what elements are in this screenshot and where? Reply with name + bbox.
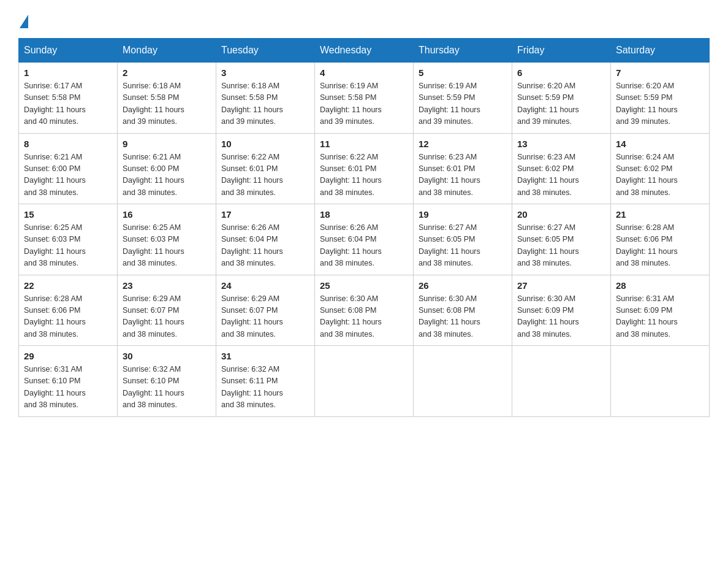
day-info: Sunrise: 6:26 AMSunset: 6:04 PMDaylight:… [221, 222, 309, 270]
day-info: Sunrise: 6:20 AMSunset: 5:59 PMDaylight:… [517, 80, 605, 128]
logo-top [18, 12, 28, 28]
calendar-cell: 31Sunrise: 6:32 AMSunset: 6:11 PMDayligh… [216, 346, 315, 417]
calendar-cell: 3Sunrise: 6:18 AMSunset: 5:58 PMDaylight… [216, 63, 315, 134]
calendar-cell: 16Sunrise: 6:25 AMSunset: 6:03 PMDayligh… [118, 204, 216, 275]
calendar-cell: 4Sunrise: 6:19 AMSunset: 5:58 PMDaylight… [315, 63, 414, 134]
calendar-cell: 6Sunrise: 6:20 AMSunset: 5:59 PMDaylight… [512, 63, 611, 134]
day-number: 31 [221, 351, 309, 361]
calendar-cell: 28Sunrise: 6:31 AMSunset: 6:09 PMDayligh… [611, 275, 710, 346]
day-info: Sunrise: 6:28 AMSunset: 6:06 PMDaylight:… [616, 222, 704, 270]
calendar-cell: 27Sunrise: 6:30 AMSunset: 6:09 PMDayligh… [512, 275, 611, 346]
day-number: 2 [123, 67, 211, 78]
day-number: 5 [419, 67, 507, 78]
day-info: Sunrise: 6:24 AMSunset: 6:02 PMDaylight:… [616, 151, 704, 199]
calendar-cell: 23Sunrise: 6:29 AMSunset: 6:07 PMDayligh… [118, 275, 216, 346]
calendar-cell: 5Sunrise: 6:19 AMSunset: 5:59 PMDaylight… [414, 63, 512, 134]
calendar-table: SundayMondayTuesdayWednesdayThursdayFrid… [18, 38, 710, 417]
day-info: Sunrise: 6:22 AMSunset: 6:01 PMDaylight:… [320, 151, 408, 199]
day-info: Sunrise: 6:25 AMSunset: 6:03 PMDaylight:… [24, 222, 112, 270]
column-header-saturday: Saturday [611, 39, 710, 63]
day-number: 10 [221, 139, 309, 149]
calendar-cell: 18Sunrise: 6:26 AMSunset: 6:04 PMDayligh… [315, 204, 414, 275]
day-info: Sunrise: 6:30 AMSunset: 6:08 PMDaylight:… [419, 293, 507, 341]
column-header-wednesday: Wednesday [315, 39, 414, 63]
day-number: 25 [320, 280, 408, 291]
day-info: Sunrise: 6:21 AMSunset: 6:00 PMDaylight:… [24, 151, 112, 199]
day-number: 8 [24, 139, 112, 149]
column-header-sunday: Sunday [19, 39, 118, 63]
calendar-header-row: SundayMondayTuesdayWednesdayThursdayFrid… [19, 39, 710, 63]
day-number: 3 [221, 67, 309, 78]
calendar-cell [315, 346, 414, 417]
day-info: Sunrise: 6:17 AMSunset: 5:58 PMDaylight:… [24, 80, 112, 128]
calendar-cell: 11Sunrise: 6:22 AMSunset: 6:01 PMDayligh… [315, 133, 414, 204]
column-header-friday: Friday [512, 39, 611, 63]
day-info: Sunrise: 6:32 AMSunset: 6:11 PMDaylight:… [221, 364, 309, 412]
day-number: 23 [123, 280, 211, 291]
calendar-week-row: 29Sunrise: 6:31 AMSunset: 6:10 PMDayligh… [19, 346, 710, 417]
day-info: Sunrise: 6:32 AMSunset: 6:10 PMDaylight:… [123, 364, 211, 412]
calendar-week-row: 22Sunrise: 6:28 AMSunset: 6:06 PMDayligh… [19, 275, 710, 346]
calendar-cell: 7Sunrise: 6:20 AMSunset: 5:59 PMDaylight… [611, 63, 710, 134]
day-info: Sunrise: 6:22 AMSunset: 6:01 PMDaylight:… [221, 151, 309, 199]
day-number: 16 [123, 209, 211, 220]
day-info: Sunrise: 6:31 AMSunset: 6:10 PMDaylight:… [24, 364, 112, 412]
day-number: 21 [616, 209, 704, 220]
calendar-cell: 9Sunrise: 6:21 AMSunset: 6:00 PMDaylight… [118, 133, 216, 204]
calendar-cell: 2Sunrise: 6:18 AMSunset: 5:58 PMDaylight… [118, 63, 216, 134]
day-info: Sunrise: 6:21 AMSunset: 6:00 PMDaylight:… [123, 151, 211, 199]
day-number: 18 [320, 209, 408, 220]
page-header [18, 12, 710, 26]
day-info: Sunrise: 6:18 AMSunset: 5:58 PMDaylight:… [221, 80, 309, 128]
day-number: 26 [419, 280, 507, 291]
calendar-cell: 20Sunrise: 6:27 AMSunset: 6:05 PMDayligh… [512, 204, 611, 275]
day-info: Sunrise: 6:19 AMSunset: 5:58 PMDaylight:… [320, 80, 408, 128]
calendar-cell: 1Sunrise: 6:17 AMSunset: 5:58 PMDaylight… [19, 63, 118, 134]
day-info: Sunrise: 6:27 AMSunset: 6:05 PMDaylight:… [517, 222, 605, 270]
column-header-tuesday: Tuesday [216, 39, 315, 63]
day-info: Sunrise: 6:29 AMSunset: 6:07 PMDaylight:… [123, 293, 211, 341]
calendar-cell [414, 346, 512, 417]
column-header-monday: Monday [118, 39, 216, 63]
day-number: 1 [24, 67, 112, 78]
day-info: Sunrise: 6:28 AMSunset: 6:06 PMDaylight:… [24, 293, 112, 341]
day-number: 27 [517, 280, 605, 291]
calendar-cell: 17Sunrise: 6:26 AMSunset: 6:04 PMDayligh… [216, 204, 315, 275]
calendar-cell: 19Sunrise: 6:27 AMSunset: 6:05 PMDayligh… [414, 204, 512, 275]
day-number: 7 [616, 67, 704, 78]
day-number: 24 [221, 280, 309, 291]
logo [18, 12, 28, 26]
day-info: Sunrise: 6:20 AMSunset: 5:59 PMDaylight:… [616, 80, 704, 128]
calendar-week-row: 8Sunrise: 6:21 AMSunset: 6:00 PMDaylight… [19, 133, 710, 204]
day-number: 12 [419, 139, 507, 149]
day-info: Sunrise: 6:30 AMSunset: 6:08 PMDaylight:… [320, 293, 408, 341]
calendar-cell: 25Sunrise: 6:30 AMSunset: 6:08 PMDayligh… [315, 275, 414, 346]
calendar-cell [512, 346, 611, 417]
day-number: 4 [320, 67, 408, 78]
day-number: 11 [320, 139, 408, 149]
day-info: Sunrise: 6:27 AMSunset: 6:05 PMDaylight:… [419, 222, 507, 270]
day-info: Sunrise: 6:19 AMSunset: 5:59 PMDaylight:… [419, 80, 507, 128]
day-number: 14 [616, 139, 704, 149]
day-number: 20 [517, 209, 605, 220]
calendar-cell: 26Sunrise: 6:30 AMSunset: 6:08 PMDayligh… [414, 275, 512, 346]
day-number: 19 [419, 209, 507, 220]
day-number: 13 [517, 139, 605, 149]
calendar-week-row: 15Sunrise: 6:25 AMSunset: 6:03 PMDayligh… [19, 204, 710, 275]
day-info: Sunrise: 6:29 AMSunset: 6:07 PMDaylight:… [221, 293, 309, 341]
calendar-cell: 22Sunrise: 6:28 AMSunset: 6:06 PMDayligh… [19, 275, 118, 346]
day-info: Sunrise: 6:31 AMSunset: 6:09 PMDaylight:… [616, 293, 704, 341]
calendar-cell: 13Sunrise: 6:23 AMSunset: 6:02 PMDayligh… [512, 133, 611, 204]
day-number: 28 [616, 280, 704, 291]
logo-triangle-icon [20, 15, 28, 28]
day-info: Sunrise: 6:18 AMSunset: 5:58 PMDaylight:… [123, 80, 211, 128]
calendar-cell: 24Sunrise: 6:29 AMSunset: 6:07 PMDayligh… [216, 275, 315, 346]
calendar-cell: 21Sunrise: 6:28 AMSunset: 6:06 PMDayligh… [611, 204, 710, 275]
day-number: 22 [24, 280, 112, 291]
calendar-week-row: 1Sunrise: 6:17 AMSunset: 5:58 PMDaylight… [19, 63, 710, 134]
calendar-cell: 30Sunrise: 6:32 AMSunset: 6:10 PMDayligh… [118, 346, 216, 417]
day-info: Sunrise: 6:30 AMSunset: 6:09 PMDaylight:… [517, 293, 605, 341]
calendar-cell: 29Sunrise: 6:31 AMSunset: 6:10 PMDayligh… [19, 346, 118, 417]
calendar-cell: 14Sunrise: 6:24 AMSunset: 6:02 PMDayligh… [611, 133, 710, 204]
day-number: 17 [221, 209, 309, 220]
